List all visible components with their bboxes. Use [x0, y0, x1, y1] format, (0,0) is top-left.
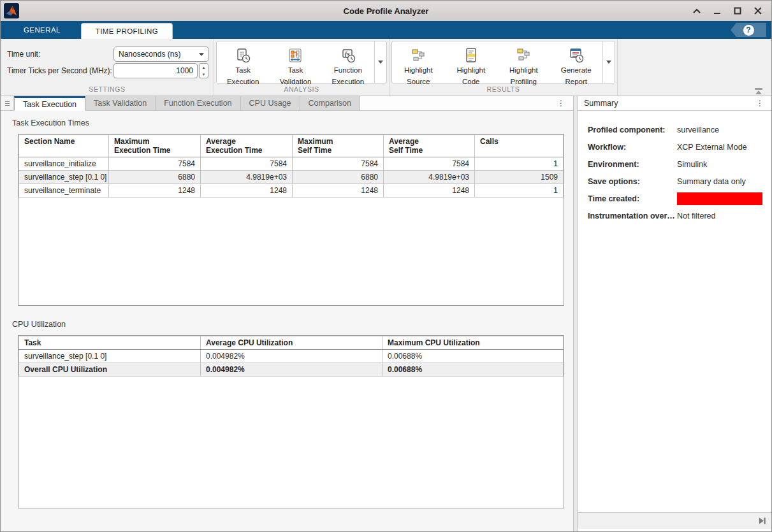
highlight-source-button[interactable]: Highlight Source [392, 41, 445, 83]
chevron-down-icon [378, 61, 383, 64]
code-profile-analyzer-window: Code Profile Analyzer GENERAL TIME PROFI… [0, 0, 772, 532]
highlight-source-label-2: Source [407, 77, 430, 87]
skip-to-end-icon[interactable] [759, 515, 766, 527]
task-validation-icon [286, 47, 304, 64]
summary-field-environment: Environment: Simulink [588, 155, 766, 173]
doc-tab-cpu-usage[interactable]: CPU Usage [241, 96, 300, 111]
highlight-code-label-2: Code [462, 77, 480, 87]
generate-report-icon [567, 47, 585, 64]
highlight-profiling-button[interactable]: Highlight Profiling [497, 41, 550, 83]
table-row[interactable]: surveillance_step [0.1 0] 6880 4.9819e+0… [19, 171, 564, 184]
window-controls [690, 4, 771, 18]
summary-field-save-options: Save options: Summary data only [588, 173, 766, 190]
tab-general[interactable]: GENERAL [10, 21, 75, 39]
main-area: Task Execution Task Validation Function … [1, 96, 771, 531]
col-header-max-self-time[interactable]: MaximumSelf Time [293, 135, 384, 157]
doc-tab-task-validation[interactable]: Task Validation [85, 96, 156, 111]
function-execution-label-2: Execution [332, 77, 365, 87]
table-row[interactable]: surveillance_initialize 7584 7584 7584 7… [19, 157, 564, 171]
window-title: Code Profile Analyzer [1, 6, 771, 16]
function-execution-button[interactable]: fx Function Execution [322, 41, 374, 83]
table-row[interactable]: Overall CPU Utilization 0.004982% 0.0068… [19, 363, 564, 377]
task-execution-label-2: Execution [227, 77, 259, 87]
task-execution-content: Task Execution Times Section Name Maximu… [1, 111, 573, 531]
col-header-calls[interactable]: Calls [475, 135, 564, 157]
document-tab-strip: Task Execution Task Validation Function … [1, 96, 573, 111]
toolstrip: Time unit: Nanoseconds (ns) Timer Ticks … [1, 39, 771, 96]
cpu-utilization-title: CPU Utilization [12, 320, 573, 329]
spinner-down-icon[interactable]: ▼ [200, 71, 208, 78]
col-header-max-cpu[interactable]: Maximum CPU Utilization [382, 336, 564, 350]
summary-footer [578, 512, 771, 529]
doc-tab-comparison[interactable]: Comparison [300, 96, 360, 111]
summary-field-time-created: Time created: [588, 190, 766, 207]
titlebar: Code Profile Analyzer [1, 1, 771, 21]
help-button[interactable]: ? [731, 23, 766, 37]
summary-title: Summary [584, 99, 618, 108]
ribbon-tab-bar: GENERAL TIME PROFILING ? [1, 21, 771, 39]
timer-ticks-stepper[interactable]: ▲ ▼ [199, 63, 208, 78]
spinner-up-icon[interactable]: ▲ [200, 64, 208, 71]
summary-field-instrumentation-overhead: Instrumentation over… Not filtered [588, 207, 766, 224]
redacted-value [677, 192, 762, 205]
highlight-source-icon [409, 47, 427, 64]
function-execution-label-1: Function [334, 66, 362, 75]
exec-table-header-row: Section Name MaximumExecution Time Avera… [19, 135, 564, 157]
time-unit-label: Time unit: [7, 50, 113, 59]
document-panel: Task Execution Task Validation Function … [1, 96, 574, 531]
generate-report-label-1: Generate [561, 66, 592, 75]
chevron-down-icon [199, 53, 204, 56]
task-execution-label-1: Task [235, 66, 251, 75]
summary-menu-icon[interactable]: ⋮ [755, 99, 765, 107]
task-validation-label-2: Validation [280, 77, 312, 87]
highlight-profiling-label-2: Profiling [510, 77, 537, 87]
highlight-profiling-label-1: Highlight [509, 66, 538, 75]
chevron-up-icon[interactable] [690, 4, 704, 18]
doc-tab-task-execution[interactable]: Task Execution [14, 96, 85, 111]
minimize-icon[interactable] [710, 4, 724, 18]
results-section: Highlight Source Highlight [390, 39, 618, 96]
timer-ticks-label: Timer Ticks per Second (MHz): [7, 66, 113, 75]
col-header-avg-exec-time[interactable]: AverageExecution Time [201, 135, 293, 157]
highlight-code-button[interactable]: Highlight Code [445, 41, 498, 83]
highlight-code-label-1: Highlight [456, 66, 485, 75]
collapse-toolstrip-icon[interactable] [754, 86, 764, 94]
summary-panel: Summary ⋮ Profiled component: surveillan… [577, 96, 771, 531]
maximize-icon[interactable] [731, 4, 745, 18]
col-header-avg-cpu[interactable]: Average CPU Utilization [201, 336, 382, 350]
time-unit-dropdown[interactable]: Nanoseconds (ns) [113, 47, 209, 62]
exec-times-title: Task Execution Times [12, 119, 573, 127]
panel-grip-icon[interactable] [1, 96, 14, 110]
col-header-max-exec-time[interactable]: MaximumExecution Time [109, 135, 201, 157]
task-execution-button[interactable]: Task Execution [217, 41, 269, 83]
summary-field-profiled-component: Profiled component: surveillance [588, 121, 766, 138]
cpu-utilization-table: Task Average CPU Utilization Maximum CPU… [18, 335, 564, 508]
col-header-section-name[interactable]: Section Name [19, 135, 109, 157]
matlab-logo-icon [4, 3, 19, 18]
col-header-avg-self-time[interactable]: AverageSelf Time [384, 135, 475, 157]
generate-report-label-2: Report [565, 77, 587, 87]
task-validation-label-1: Task [288, 66, 303, 75]
chevron-down-icon [606, 61, 611, 64]
time-unit-value: Nanoseconds (ns) [119, 50, 180, 59]
analysis-section: Task Execution [214, 39, 390, 96]
highlight-code-icon [462, 47, 480, 64]
table-row[interactable]: surveillance_terminate 1248 1248 1248 12… [19, 184, 564, 198]
close-icon[interactable] [751, 4, 765, 18]
timer-ticks-input[interactable]: 1000 [113, 63, 198, 78]
tabstrip-menu-icon[interactable]: ⋮ [549, 96, 573, 110]
generate-report-button[interactable]: Generate Report [550, 41, 603, 83]
summary-fields: Profiled component: surveillance Workflo… [578, 111, 771, 512]
table-row[interactable]: surveillance_step [0.1 0] 0.004982% 0.00… [19, 350, 564, 363]
exec-times-table: Section Name MaximumExecution Time Avera… [18, 134, 564, 306]
analysis-more-button[interactable] [374, 41, 386, 83]
results-more-button[interactable] [602, 41, 615, 83]
highlight-profiling-icon [514, 47, 532, 64]
doc-tab-function-execution[interactable]: Function Execution [156, 96, 240, 111]
toolstrip-spacer [618, 39, 771, 96]
cpu-table-header-row: Task Average CPU Utilization Maximum CPU… [19, 336, 564, 350]
summary-field-workflow: Workflow: XCP External Mode [588, 138, 766, 155]
col-header-task[interactable]: Task [19, 336, 201, 350]
task-validation-button[interactable]: Task Validation [269, 41, 321, 83]
tab-time-profiling[interactable]: TIME PROFILING [81, 23, 173, 39]
